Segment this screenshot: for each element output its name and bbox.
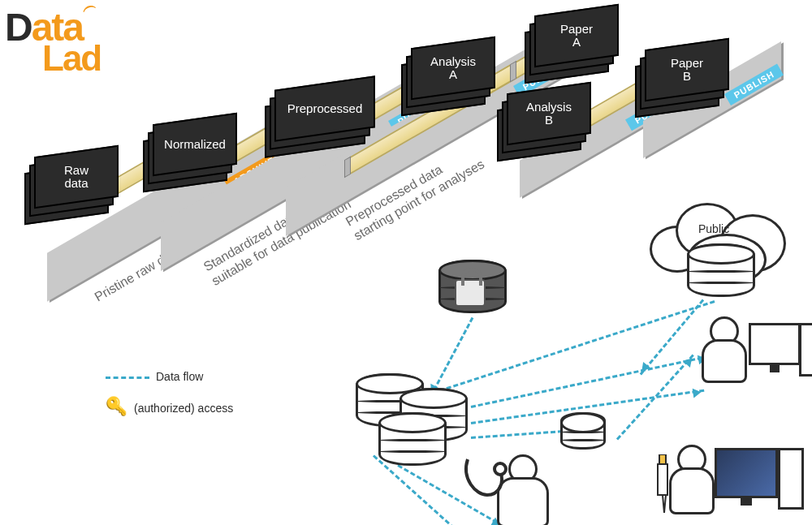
db-shared-3 bbox=[378, 412, 447, 466]
tower-2 bbox=[778, 448, 804, 510]
stethoscope-icon bbox=[460, 454, 508, 511]
wifi-icon: ⏜ bbox=[82, 3, 98, 24]
logo-d: D bbox=[5, 6, 32, 49]
legend-access-label: (authorized) access bbox=[134, 402, 233, 415]
flow-shared-user1 bbox=[471, 355, 710, 408]
stack-analysis-a: AnalysisA bbox=[401, 42, 489, 104]
lock-icon bbox=[455, 279, 486, 307]
pipette-icon bbox=[650, 454, 677, 519]
stack-analysis-a-label: AnalysisA bbox=[412, 44, 494, 93]
stack-paper-a-label: PaperA bbox=[536, 11, 617, 60]
actor-analyst bbox=[698, 316, 747, 381]
legend-flow-label: Data flow bbox=[156, 370, 203, 383]
legend-flow: Data flow bbox=[106, 370, 203, 383]
stack-preproc-label: Preprocessed bbox=[276, 84, 374, 133]
logo-lad: Lad bbox=[42, 38, 101, 79]
legend-access: 🔑(authorized) access bbox=[106, 396, 233, 417]
stack-raw-label: Rawdata bbox=[36, 153, 117, 201]
stack-paper-b: PaperB bbox=[635, 44, 723, 105]
svg-point-0 bbox=[495, 463, 506, 475]
stack-raw-data: Rawdata bbox=[24, 151, 112, 213]
db-small bbox=[560, 412, 606, 450]
svg-rect-2 bbox=[658, 464, 667, 495]
cloud-label: Public bbox=[698, 222, 729, 235]
stack-preprocessed: Preprocessed bbox=[265, 83, 369, 144]
stack-normalized: Normalized bbox=[143, 118, 231, 180]
stack-normalized-label: Normalized bbox=[154, 120, 235, 169]
db-public bbox=[687, 243, 755, 297]
stack-analysis-b-label: AnalysisB bbox=[508, 89, 590, 138]
stack-analysis-b: AnalysisB bbox=[497, 88, 585, 149]
stack-paper-b-label: PaperB bbox=[646, 45, 728, 94]
datalad-logo: Data⏜ Lad bbox=[5, 5, 101, 79]
publish-tag-4: PUBLISH bbox=[724, 64, 784, 105]
svg-marker-3 bbox=[663, 495, 666, 513]
key-icon: 🔑 bbox=[106, 396, 127, 417]
tower-1 bbox=[799, 323, 812, 377]
stack-paper-a: PaperA bbox=[525, 10, 612, 71]
legend-dash-icon bbox=[106, 377, 149, 379]
monitor-1 bbox=[749, 323, 801, 365]
monitor-2 bbox=[715, 448, 778, 498]
diagram-stage: Data⏜ Lad ARCHIVE Pristine raw data PUBL… bbox=[0, 0, 812, 525]
svg-rect-1 bbox=[659, 454, 666, 464]
